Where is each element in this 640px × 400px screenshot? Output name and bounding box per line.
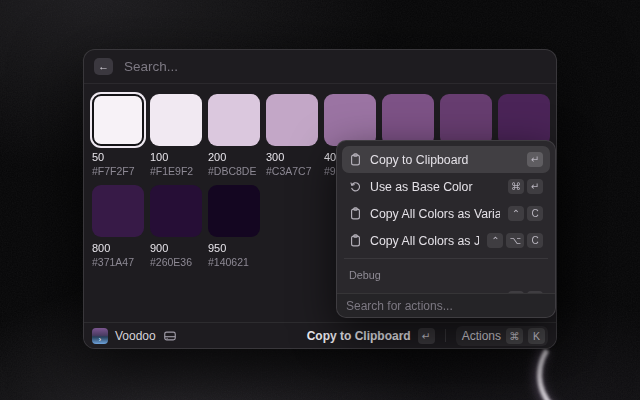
hex-label: #F7F2F7	[92, 165, 144, 177]
clipboard-icon	[349, 207, 362, 220]
menu-separator	[344, 258, 548, 259]
clipboard-icon	[349, 234, 362, 247]
color-swatch[interactable]	[208, 94, 260, 146]
key-badge: C	[527, 233, 543, 248]
menu-section-debug: Debug	[342, 263, 550, 285]
shade-label: 950	[208, 242, 260, 254]
color-swatch[interactable]	[92, 94, 144, 146]
app-name: Voodoo	[115, 329, 156, 343]
key-badge: ↵	[527, 179, 543, 194]
menu-item-copy-variable-declarations[interactable]: Copy All Colors as Variable Declara... ⌃…	[342, 200, 550, 227]
color-swatch[interactable]	[208, 185, 260, 237]
shade-label: 800	[92, 242, 144, 254]
menu-item-copy-as-json[interactable]: Copy All Colors as JSON ⌃ ⌥ C	[342, 227, 550, 254]
key-badge: ⌘	[508, 179, 524, 194]
shade-label: 50	[92, 151, 144, 163]
actions-search-bar: Search for actions...	[337, 293, 555, 317]
hex-label: #371A47	[92, 256, 144, 268]
color-swatch-cell-300[interactable]: 300 #C3A7C7	[266, 94, 318, 177]
color-swatch[interactable]	[324, 94, 376, 146]
color-swatch-cell-100[interactable]: 100 #F1E9F2	[150, 94, 202, 177]
menu-item-label: Copy All Colors as JSON	[370, 234, 479, 248]
actions-menu-list: Copy to Clipboard ↵ Use as Base Color ⌘ …	[337, 141, 555, 317]
rotate-icon	[349, 180, 362, 193]
menu-item-label: Copy to Clipboard	[370, 153, 519, 167]
clipboard-icon	[349, 153, 362, 166]
color-swatch-cell-50[interactable]: 50 #F7F2F7	[92, 94, 144, 177]
actions-button[interactable]: Actions ⌘ K	[456, 326, 548, 346]
key-badge: ⌥	[506, 233, 524, 248]
color-swatch[interactable]	[150, 94, 202, 146]
actions-search-input[interactable]: Search for actions...	[346, 299, 453, 313]
color-swatch-cell-950[interactable]: 950 #140621	[208, 185, 260, 268]
cmd-key-badge: ⌘	[506, 328, 523, 344]
key-badge: C	[527, 206, 543, 221]
shade-label: 900	[150, 242, 202, 254]
back-button[interactable]: ←	[94, 58, 113, 75]
menu-item-copy-to-clipboard[interactable]: Copy to Clipboard ↵	[342, 146, 550, 173]
actions-label: Actions	[462, 329, 501, 343]
k-key-badge: K	[528, 328, 545, 344]
search-input[interactable]: Search...	[124, 59, 178, 74]
hex-label: #F1E9F2	[150, 165, 202, 177]
menu-item-use-as-base-color[interactable]: Use as Base Color ⌘ ↵	[342, 173, 550, 200]
key-badge: ⌃	[487, 233, 503, 248]
hex-label: #140621	[208, 256, 260, 268]
color-swatch-cell-800[interactable]: 800 #371A47	[92, 185, 144, 268]
arrow-left-icon: ←	[98, 58, 109, 75]
hex-label: #260E36	[150, 256, 202, 268]
footer-divider	[445, 329, 446, 342]
key-badge: ↵	[527, 152, 543, 167]
shade-label: 100	[150, 151, 202, 163]
color-swatch[interactable]	[498, 94, 550, 146]
hex-label: #DBC8DE	[208, 165, 260, 177]
shade-label: 200	[208, 151, 260, 163]
menu-item-label: Copy All Colors as Variable Declara...	[370, 207, 500, 221]
status-bar: › Voodoo Copy to Clipboard ↵ Actions ⌘ K	[84, 322, 556, 348]
color-swatch-cell-900[interactable]: 900 #260E36	[150, 185, 202, 268]
menu-item-label: Use as Base Color	[370, 180, 500, 194]
color-swatch[interactable]	[382, 94, 434, 146]
color-swatch[interactable]	[150, 185, 202, 237]
shade-label: 300	[266, 151, 318, 163]
disk-icon	[163, 329, 177, 343]
search-bar: ← Search...	[84, 50, 556, 84]
return-key-badge: ↵	[418, 328, 435, 344]
primary-action-label[interactable]: Copy to Clipboard	[307, 329, 411, 343]
hex-label: #C3A7C7	[266, 165, 318, 177]
voodoo-app-icon: ›	[92, 328, 108, 344]
color-swatch[interactable]	[266, 94, 318, 146]
key-badge: ⌃	[508, 206, 524, 221]
color-swatch[interactable]	[440, 94, 492, 146]
color-swatch[interactable]	[92, 185, 144, 237]
actions-menu: Copy to Clipboard ↵ Use as Base Color ⌘ …	[336, 140, 556, 318]
color-swatch-cell-200[interactable]: 200 #DBC8DE	[208, 94, 260, 177]
